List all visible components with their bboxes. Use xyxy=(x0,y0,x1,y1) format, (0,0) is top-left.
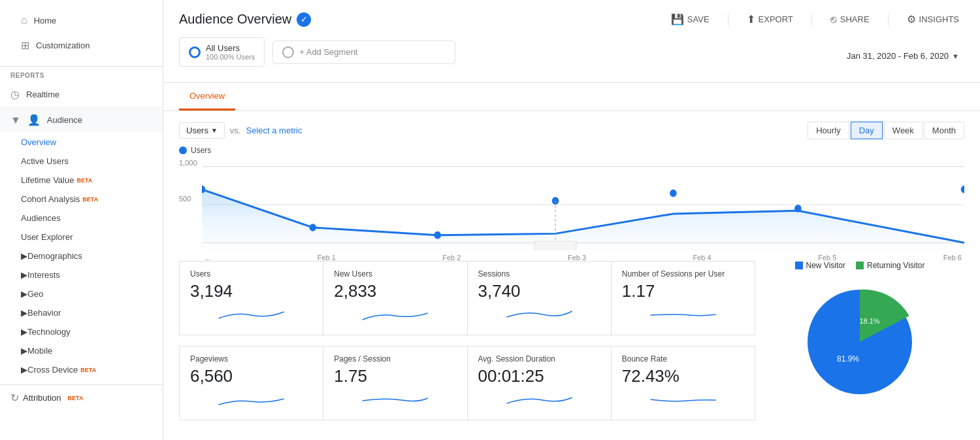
sidebar-subitem-active-users[interactable]: Active Users xyxy=(0,152,163,171)
sidebar-subitem-behavior[interactable]: ▶ Behavior xyxy=(0,303,163,322)
metric-label-pages-session: Pages / Session xyxy=(334,354,456,364)
share-label: SHARE xyxy=(840,14,870,24)
audiences-label: Audiences xyxy=(21,213,61,223)
segments-row: All Users 100.00% Users + Add Segment xyxy=(179,37,455,75)
attribution-beta-badge: BETA xyxy=(68,395,84,401)
user-explorer-label: User Explorer xyxy=(21,232,73,242)
segment-add-button[interactable]: + Add Segment xyxy=(272,41,455,64)
customization-icon: ⊞ xyxy=(21,39,29,52)
metric-dropdown[interactable]: Users ▼ xyxy=(179,122,225,139)
lifetime-value-label: Lifetime Value xyxy=(21,175,74,185)
share-button[interactable]: ⎋ SHARE xyxy=(825,11,875,28)
chart-dot-6 xyxy=(961,186,964,194)
main-content: Audience Overview ✓ 💾 SAVE ⬆ EXPORT ⎋ SH… xyxy=(163,0,980,440)
lifetime-value-beta-badge: BETA xyxy=(76,177,92,184)
sidebar-item-home[interactable]: ⌂ Home xyxy=(10,8,152,33)
pie-chart: 18.1% 81.9% xyxy=(794,277,925,407)
sparkline-ps xyxy=(334,390,456,410)
sidebar-subitem-cross-device[interactable]: ▶ Cross Device BETA xyxy=(0,360,163,379)
metric-value-users: 3,194 xyxy=(190,281,312,301)
segment-circle-gray xyxy=(282,46,294,58)
x-label-5: Feb 5 xyxy=(818,254,836,262)
metric-card-bounce-rate: Bounce Rate 72.43% xyxy=(612,347,755,420)
period-buttons: Hourly Day Week Month xyxy=(808,122,964,139)
tab-overview-label: Overview xyxy=(189,91,225,101)
page-title: Audience Overview xyxy=(179,12,291,27)
sidebar-top: ⌂ Home ⊞ Customization xyxy=(0,0,163,67)
metric-label-new-users: New Users xyxy=(334,269,456,279)
chart-container: Users 1,000 500 xyxy=(179,146,964,250)
pie-new-pct: 81.9% xyxy=(837,354,859,364)
sidebar-item-customization[interactable]: ⊞ Customization xyxy=(10,33,152,58)
divider-2 xyxy=(811,13,812,26)
segment-text-container: All Users 100.00% Users xyxy=(206,43,255,61)
metrics-grid-bottom: Pageviews 6,560 Pages / Session 1.75 Avg… xyxy=(179,346,755,420)
sidebar: ⌂ Home ⊞ Customization REPORTS ◷ Realtim… xyxy=(0,0,163,440)
metric-card-users: Users 3,194 xyxy=(180,262,323,335)
metric-card-pageviews: Pageviews 6,560 xyxy=(180,347,323,420)
metric-value-pageviews: 6,560 xyxy=(190,366,312,386)
legend-square-green xyxy=(856,262,864,269)
header-actions: 💾 SAVE ⬆ EXPORT ⎋ SHARE ⚙ INSIGHTS xyxy=(666,10,964,28)
metric-value-new-users: 2,833 xyxy=(334,281,456,301)
sidebar-subitem-audiences[interactable]: Audiences xyxy=(0,209,163,228)
metric-value-bounce-rate: 72.43% xyxy=(622,366,744,386)
vs-label: vs. xyxy=(230,126,241,135)
sidebar-subitem-user-explorer[interactable]: User Explorer xyxy=(0,228,163,246)
save-label: SAVE xyxy=(687,14,710,24)
select-metric-link[interactable]: Select a metric xyxy=(246,126,302,135)
period-btn-hourly[interactable]: Hourly xyxy=(808,122,849,139)
attribution-label: Attribution xyxy=(23,393,61,403)
active-users-label: Active Users xyxy=(21,156,69,166)
cohort-label: Cohort Analysis xyxy=(21,194,80,204)
metric-card-sessions: Sessions 3,740 xyxy=(468,262,611,335)
sparkline-spu xyxy=(622,305,744,325)
chart-legend: Users xyxy=(179,146,964,155)
sparkline-bounce xyxy=(622,390,744,410)
metrics-section: Users 3,194 New Users 2,833 Sessions 3,7… xyxy=(179,261,755,420)
chart-dot-2 xyxy=(434,231,441,239)
sidebar-subitem-lifetime-value[interactable]: Lifetime Value BETA xyxy=(0,171,163,190)
sidebar-subitem-geo[interactable]: ▶ Geo xyxy=(0,284,163,303)
chart-svg xyxy=(202,159,964,250)
metric-card-avg-duration: Avg. Session Duration 00:01:25 xyxy=(468,347,611,420)
sidebar-subitem-overview[interactable]: Overview xyxy=(0,133,163,152)
pie-legend: New Visitor Returning Visitor xyxy=(795,261,925,270)
sparkline-new-users xyxy=(334,305,456,325)
chart-dot-1 xyxy=(309,224,316,231)
annotation-box xyxy=(534,241,576,250)
x-label-6: Feb 6 xyxy=(943,254,962,262)
sidebar-subitem-technology[interactable]: ▶ Technology xyxy=(0,322,163,341)
sidebar-subitem-mobile[interactable]: ▶ Mobile xyxy=(0,341,163,360)
sparkline-duration xyxy=(478,390,600,410)
segment1-label: All Users xyxy=(206,43,255,53)
sidebar-attribution[interactable]: ↻ Attribution BETA xyxy=(0,384,163,411)
insights-icon: ⚙ xyxy=(907,13,916,25)
insights-button[interactable]: ⚙ INSIGHTS xyxy=(902,10,964,28)
export-button[interactable]: ⬆ EXPORT xyxy=(742,10,798,28)
bottom-row: Users 3,194 New Users 2,833 Sessions 3,7… xyxy=(179,261,964,420)
sidebar-subitem-demographics[interactable]: ▶ Demographics xyxy=(0,246,163,265)
tab-overview[interactable]: Overview xyxy=(179,83,235,110)
metric-label-bounce-rate: Bounce Rate xyxy=(622,354,744,364)
segment1-sub: 100.00% Users xyxy=(206,53,255,61)
x-label-4: Feb 4 xyxy=(693,254,711,262)
sidebar-subitem-interests[interactable]: ▶ Interests xyxy=(0,265,163,284)
period-btn-week[interactable]: Week xyxy=(884,122,923,139)
segment-all-users[interactable]: All Users 100.00% Users xyxy=(179,37,265,67)
period-btn-day[interactable]: Day xyxy=(851,122,883,139)
legend-returning-visitor: Returning Visitor xyxy=(856,261,925,270)
sidebar-item-audience[interactable]: ▼ 👤 Audience xyxy=(0,107,163,133)
metric-label-pageviews: Pageviews xyxy=(190,354,312,364)
x-label-1: Feb 1 xyxy=(318,254,336,262)
metrics-grid-top: Users 3,194 New Users 2,833 Sessions 3,7… xyxy=(179,261,755,335)
sidebar-item-realtime[interactable]: ◷ Realtime xyxy=(0,82,163,107)
sidebar-subitem-cohort[interactable]: Cohort Analysis BETA xyxy=(0,190,163,209)
reports-label: REPORTS xyxy=(0,67,163,82)
y-label-1000: 1,000 xyxy=(179,159,197,167)
date-range-selector[interactable]: Jan 31, 2020 - Feb 6, 2020 ▼ xyxy=(841,48,964,63)
legend-dot-users xyxy=(179,146,187,154)
share-icon: ⎋ xyxy=(830,14,837,25)
save-button[interactable]: 💾 SAVE xyxy=(666,10,715,28)
period-btn-month[interactable]: Month xyxy=(924,122,964,139)
